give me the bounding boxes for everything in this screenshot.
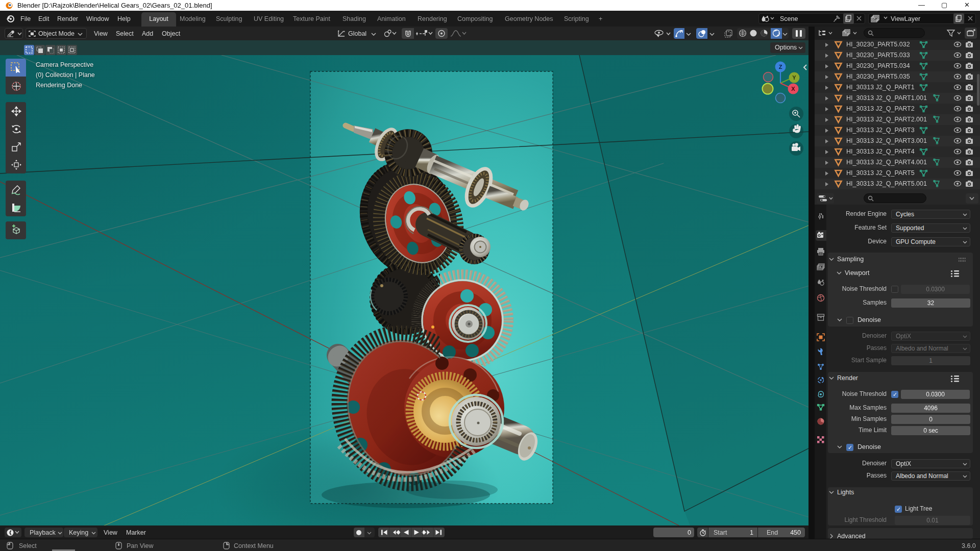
- svg-text:X: X: [791, 86, 795, 92]
- svg-text:Z: Z: [779, 64, 782, 70]
- svg-text:Y: Y: [792, 74, 796, 81]
